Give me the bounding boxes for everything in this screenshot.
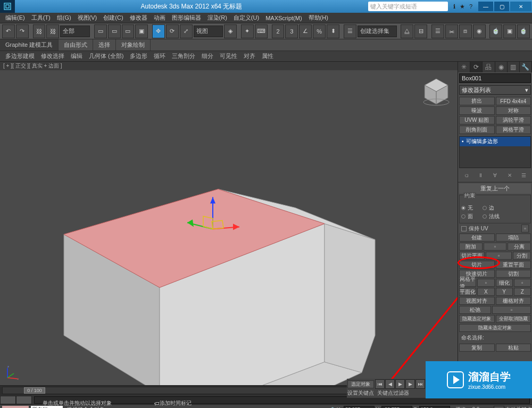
constraint-normal-radio[interactable] [483,214,487,219]
hierarchy-tab-icon[interactable]: 品 [483,62,495,72]
hide-selected-button[interactable]: 隐藏选定对象 [459,315,495,323]
pivot-button[interactable]: ◈ [224,24,237,38]
maximize-button[interactable]: ▢ [494,2,509,11]
collapse-button[interactable]: 塌陷 [496,234,531,242]
menu-edit[interactable]: 编辑(E) [2,13,28,23]
show-end-result-icon[interactable]: Ⅱ [477,171,485,179]
viewport[interactable]: z x [0,70,458,385]
modifier-list-dropdown[interactable]: 修改器列表▾ [459,85,531,95]
view-align-button[interactable]: 视图对齐 [459,297,495,305]
minimize-button[interactable]: — [478,2,493,11]
help-icon[interactable]: ? [469,3,472,10]
constraint-edge-radio[interactable] [483,206,487,210]
menu-maxscript[interactable]: MAXScript(M) [262,14,305,22]
coord-z-input[interactable]: 150.0mm [419,406,450,408]
attach-settings[interactable]: ▫ [484,243,507,251]
mirror-button[interactable]: ⧋ [401,24,413,38]
window-crossing-button[interactable]: ▣ [135,24,148,38]
schematic-button[interactable]: ⧈ [459,24,472,38]
modify-tab-icon[interactable]: ⟳ [470,62,483,72]
render-button[interactable]: 🍵 [517,24,530,38]
menu-view[interactable]: 视图(V) [74,13,101,23]
preserve-uv-checkbox[interactable] [461,226,467,231]
copy-button[interactable]: 复制 [459,344,495,352]
edit-named-sel-button[interactable]: ☰ [344,24,356,38]
r2-props[interactable]: 属性 [259,51,277,61]
search-input[interactable]: 键入关键字或短语 [368,2,448,11]
menu-render[interactable]: 渲染(R) [204,13,230,23]
select-region-button[interactable]: ▭ [122,24,135,38]
close-button[interactable]: ✕ [510,2,531,11]
make-unique-icon[interactable]: ∀ [492,171,499,179]
r2-polymodel[interactable]: 多边形建模 [2,51,38,61]
infocenter-icon[interactable]: ℹ [453,3,455,10]
tab-freeform[interactable]: 自由形式 [59,39,93,51]
preset-ffd[interactable]: FFD 4x4x4 [496,97,531,105]
create-button[interactable]: 创建 [459,234,495,242]
unlink-button[interactable]: ⛓ [46,24,59,38]
select-button[interactable]: ▭ [94,24,107,38]
stack-editable-poly[interactable]: ▪可编辑多边形 [460,137,530,146]
percent-snap-button[interactable]: % [313,24,326,38]
app-logo[interactable] [0,0,15,13]
constraint-none-radio[interactable] [461,206,466,210]
preset-chamferprofile[interactable]: 削角剖面 [459,126,495,134]
material-editor-button[interactable]: ◉ [473,24,486,38]
r2-subdiv[interactable]: 细分 [198,51,217,61]
tessellate-button[interactable]: 细化 [496,279,513,287]
align-button[interactable]: ⊟ [414,24,427,38]
display-tab-icon[interactable]: ▥ [508,62,520,72]
planar-y[interactable]: Y [496,288,513,296]
menu-graph[interactable]: 图形编辑器 [169,13,204,23]
detach-button[interactable]: 分离 [508,243,531,251]
preset-symmetry[interactable]: 对称 [496,106,531,115]
snap-2d-button[interactable]: 2 [272,24,285,38]
track-btn-1[interactable] [0,396,16,404]
planarize-button[interactable]: 平面化 [459,288,476,296]
pin-stack-icon[interactable]: ⫏ [463,171,470,179]
selection-filter-dropdown[interactable]: 全部 [60,26,90,37]
object-name-field[interactable]: Box001 [459,73,531,83]
attach-button[interactable]: 附加 [459,243,483,251]
preset-uvwmap[interactable]: UVW 贴图 [459,116,495,124]
viewcube[interactable] [420,76,452,107]
sel-set-dropdown[interactable]: 选定对象 [347,380,374,388]
tab-selection[interactable]: 选择 [93,39,116,51]
r2-vis[interactable]: 可见性 [217,51,240,61]
named-selection-dropdown[interactable]: 创建选择集 [358,26,397,37]
reset-plane-button[interactable]: 重置平面 [496,261,531,269]
prev-frame-button[interactable]: ◀ [385,379,395,389]
utilities-tab-icon[interactable]: 🔧 [520,62,532,72]
slice-plane-button[interactable]: 切片平面 [459,252,485,260]
star-icon[interactable]: ★ [460,3,465,10]
r2-edit[interactable]: 编辑 [68,51,86,61]
r2-tri[interactable]: 三角剖分 [169,51,198,61]
modifier-stack[interactable]: ▪可编辑多边形 [459,136,531,168]
r2-geom[interactable]: 几何体 (全部) [86,51,127,61]
layer-manager-button[interactable]: ☰ [431,24,444,38]
preset-extrude[interactable]: 挤出 [459,97,495,105]
paste-button[interactable]: 粘贴 [496,344,531,352]
r2-polys[interactable]: 多边形 [127,51,151,61]
select-name-button[interactable]: ▭ [108,24,121,38]
menu-customize[interactable]: 自定义(U) [230,13,262,23]
r2-modsel[interactable]: 修改选择 [38,51,68,61]
play-button[interactable]: ▶ [395,379,405,389]
r2-align[interactable]: 对齐 [240,51,259,61]
menu-modifiers[interactable]: 修改器 [127,13,151,23]
render-frame-button[interactable]: ▣ [503,24,516,38]
spinner-snap-button[interactable]: ⬍ [327,24,339,38]
goto-end-button[interactable]: ⏭ [415,379,425,389]
move-button[interactable]: ✥ [152,24,165,38]
rotate-button[interactable]: ⟳ [166,24,179,38]
relax-button[interactable]: 松弛 [459,306,491,314]
remove-mod-icon[interactable]: ✕ [506,171,513,179]
render-setup-button[interactable]: 🍵 [489,24,502,38]
coord-x-input[interactable]: 92.987mm [344,406,375,408]
configure-icon[interactable]: ☰ [520,171,528,179]
msmooth-button[interactable]: 网格平滑 [459,279,476,287]
planar-z[interactable]: Z [514,288,531,296]
msmooth-settings[interactable]: ▫ [477,279,494,287]
cut-button[interactable]: 切割 [496,270,531,278]
scale-button[interactable]: ⤢ [180,24,193,38]
